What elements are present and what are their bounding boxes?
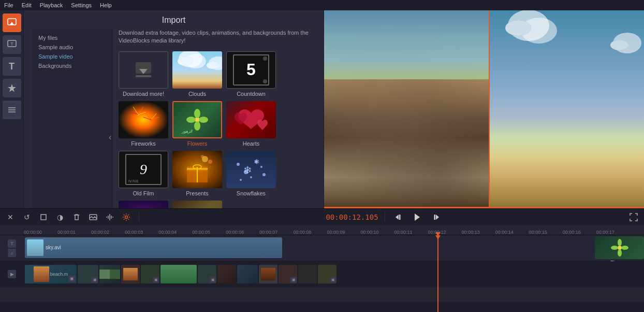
menu-playback[interactable]: Playback [40, 2, 63, 8]
image-icon[interactable] [87, 211, 99, 223]
delete-icon[interactable] [70, 211, 83, 223]
beach-clip-3[interactable] [99, 265, 120, 283]
tool-import[interactable] [3, 13, 21, 32]
beach-clip-10[interactable] [259, 265, 277, 283]
svg-point-55 [618, 239, 622, 246]
file-tree-sample-video[interactable]: Sample video [36, 52, 108, 61]
beach-clip-2[interactable]: ▣ [78, 265, 98, 283]
file-tree-sample-audio[interactable]: Sample audio [36, 42, 108, 52]
track1-text-icon[interactable]: T [8, 239, 16, 248]
file-tree-backgrounds[interactable]: Backgrounds [36, 61, 108, 70]
clip-icon-11: ▣ [290, 277, 297, 283]
svg-point-38 [250, 176, 252, 178]
ruler-mark-6: 00:00:06 [226, 230, 244, 235]
ruler-mark-1: 00:00:01 [57, 230, 76, 235]
clip-icon-2: ▣ [92, 277, 98, 283]
thumb-snowflakes[interactable]: ❄ ❄ Snowflakes [226, 151, 276, 196]
import-content: Download extra footage, video clips, ani… [112, 29, 315, 208]
collapse-panel-arrow[interactable]: ‹ [109, 133, 111, 142]
svg-point-48 [125, 216, 128, 218]
preview-main [324, 10, 489, 207]
play-button[interactable] [410, 210, 425, 224]
svg-point-56 [618, 249, 622, 257]
beach-clip-6[interactable] [160, 265, 197, 283]
thumb-hearts-label: Hearts [243, 140, 259, 147]
thumb-wedding[interactable]: Our Wedding Wedding [172, 201, 222, 208]
playback-separator [385, 212, 385, 222]
sky-clip[interactable]: sky.avi [25, 237, 282, 258]
menu-file[interactable]: File [4, 2, 13, 8]
beach-clip-5[interactable]: ▣ [141, 265, 159, 283]
beach-clip-1[interactable]: beach.m ▣ [25, 265, 77, 283]
audio-icon[interactable] [104, 211, 116, 223]
track2-icon[interactable]: ▶ [8, 270, 16, 278]
ruler-mark-8: 00:00:08 [293, 230, 311, 235]
file-tree-my-files[interactable]: My files [36, 33, 108, 42]
bottom-toolbar: ✕ ↺ ◑ 00:00:12.105 [0, 208, 644, 225]
thumb-countdown[interactable]: 5 Countdown [226, 51, 276, 97]
ruler-mark-9: 00:00:09 [327, 230, 345, 235]
ruler-mark-11: 00:00:11 [394, 230, 413, 235]
track1-audio-icon[interactable]: ♪ [8, 249, 16, 257]
beach-clip-9[interactable] [237, 265, 258, 283]
close-tool-icon[interactable]: ✕ [4, 211, 17, 223]
playhead[interactable] [437, 235, 438, 312]
contrast-icon[interactable]: ◑ [54, 211, 66, 223]
ruler-mark-4: 00:00:04 [158, 230, 177, 235]
clip-icon-5: ▣ [153, 277, 159, 283]
skip-back-button[interactable] [391, 210, 406, 224]
svg-point-33 [201, 155, 204, 158]
import-title: Import [32, 16, 315, 25]
thumb-presents[interactable]: Presents [172, 151, 222, 196]
left-toolbar: T T [0, 10, 24, 208]
menu-settings[interactable]: Settings [71, 2, 92, 8]
menu-bar: File Edit Playback Settings Help [0, 0, 644, 10]
svg-text:الزهور: الزهور [181, 129, 193, 134]
svg-rect-46 [41, 215, 46, 220]
beach-clip-11[interactable]: ▣ [279, 265, 297, 283]
menu-help[interactable]: Help [100, 2, 112, 8]
ruler-mark-5: 00:00:05 [192, 230, 210, 235]
ruler-mark-0: 00:00:00 [24, 230, 42, 235]
menu-edit[interactable]: Edit [22, 2, 32, 8]
thumb-fireworks[interactable]: Fireworks [119, 101, 168, 147]
clip-icon-7: ▣ [210, 277, 216, 283]
ruler-mark-14: 00:00:14 [495, 230, 514, 235]
import-panel: Import My files Sample audio Sample vide… [24, 10, 324, 208]
flowers-timeline-clip[interactable] [595, 236, 644, 259]
thumb-clouds[interactable]: Clouds [172, 51, 222, 97]
toolbar-separator [139, 212, 139, 222]
tool-text[interactable]: T [3, 57, 21, 76]
thumb-stars[interactable]: Stars [119, 201, 168, 208]
tool-effects[interactable] [3, 79, 21, 97]
beach-clip-13[interactable]: ▣ [318, 265, 336, 283]
main-area: T T Import My files Sample audio Sample … [0, 10, 644, 208]
thumb-download-more-label: Download more! [123, 91, 164, 97]
skip-forward-button[interactable] [429, 210, 443, 224]
thumb-flowers[interactable]: الزهور Flowers [172, 101, 222, 147]
undo-icon[interactable]: ↺ [21, 211, 33, 223]
thumbnail-grid: Download more! Clouds [119, 51, 315, 208]
svg-rect-53 [434, 215, 435, 220]
svg-point-22 [194, 121, 200, 131]
ruler-mark-10: 00:00:10 [360, 230, 378, 235]
timecode-display: 00:00:12.105 [326, 213, 378, 221]
thumb-hearts[interactable]: Hearts [226, 101, 276, 147]
thumb-download-more[interactable]: Download more! [119, 51, 168, 97]
thumb-snowflakes-label: Snowflakes [237, 190, 266, 196]
thumb-old-film[interactable]: 9 NINE Old Film [119, 151, 168, 196]
tool-filters[interactable] [3, 101, 21, 119]
beach-clip-4[interactable] [121, 265, 140, 283]
tool-titles[interactable]: T [3, 35, 21, 54]
ruler-mark-3: 00:00:03 [125, 230, 143, 235]
sky-clip-name: sky.avi [46, 245, 61, 250]
clip-icon-1: ▣ [68, 275, 76, 282]
fullscreen-button[interactable] [627, 211, 640, 223]
thumb-countdown-label: Countdown [237, 91, 266, 97]
preview-area [324, 10, 644, 207]
settings-icon[interactable] [120, 211, 133, 223]
beach-clip-12[interactable] [298, 265, 317, 283]
beach-clip-7[interactable]: ▣ [198, 265, 216, 283]
crop-icon[interactable] [37, 211, 50, 223]
beach-clip-8[interactable] [217, 265, 236, 283]
